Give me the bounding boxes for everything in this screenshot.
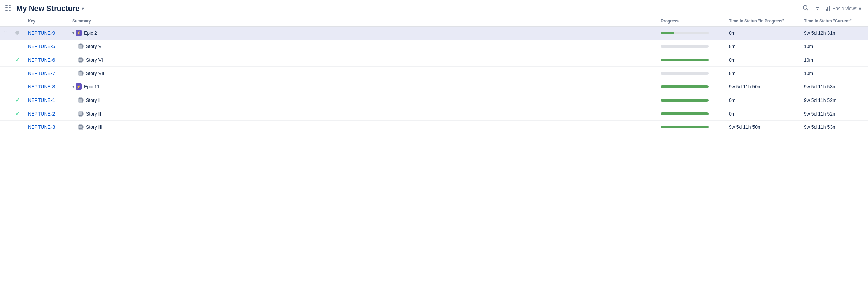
svg-rect-3 (9, 5, 11, 6)
progress-bar (661, 112, 709, 115)
progress-bar (661, 126, 709, 128)
structure-icon (5, 5, 13, 12)
row-chevron-icon[interactable]: ▾ (72, 84, 74, 89)
issue-key-link[interactable]: NEPTUNE-9 (28, 30, 55, 36)
main-table-container: Key Summary Progress Time in Status "In … (0, 16, 868, 134)
summary-cell: Story V (72, 43, 653, 49)
progress-bar-fill (661, 112, 709, 115)
progress-bar-fill (661, 59, 709, 61)
summary-text: Story II (86, 111, 101, 117)
progress-bar-fill (661, 85, 709, 88)
view-bars-icon (826, 6, 830, 11)
col-header-key: Key (24, 16, 68, 27)
col-header-time-in-progress: Time in Status "In Progress" (725, 16, 800, 27)
table-row: ✓NEPTUNE-2Story II0m9w 5d 11h 52m (0, 107, 868, 121)
progress-bar-fill (661, 32, 674, 34)
time-current-cell: 9w 5d 11h 53m (800, 80, 868, 93)
svg-rect-5 (9, 10, 11, 11)
svg-rect-8 (79, 45, 82, 48)
type-icon (78, 111, 84, 117)
issue-key-link[interactable]: NEPTUNE-6 (28, 57, 55, 63)
progress-bar (661, 85, 709, 88)
col-drag (0, 16, 11, 27)
type-icon (78, 97, 84, 103)
progress-bar (661, 72, 709, 75)
progress-bar (661, 99, 709, 102)
filter-icon[interactable] (814, 5, 820, 13)
progress-bar (661, 32, 709, 34)
time-in-progress-cell: 9w 5d 11h 50m (725, 80, 800, 93)
type-icon (78, 124, 84, 130)
time-in-progress-cell: 8m (725, 67, 800, 80)
type-icon (78, 70, 84, 76)
progress-bar-fill (661, 126, 709, 128)
svg-rect-2 (5, 10, 8, 11)
row-chevron-icon[interactable]: ▾ (72, 31, 74, 35)
table-row: NEPTUNE-7Story VII8m10m (0, 67, 868, 80)
svg-rect-10 (79, 72, 82, 75)
table-row: ⠿NEPTUNE-9▾⚡Epic 20m9w 5d 12h 31m (0, 27, 868, 40)
time-in-progress-cell: 0m (725, 107, 800, 121)
drag-handle[interactable]: ⠿ (4, 31, 7, 36)
status-check-icon: ✓ (15, 97, 20, 103)
summary-cell: ▾⚡Epic 11 (72, 83, 653, 90)
time-in-progress-cell: 8m (725, 40, 800, 53)
page-title: My New Structure (16, 4, 80, 13)
col-header-time-current: Time in Status "Current" (800, 16, 868, 27)
table-row: ✓NEPTUNE-6Story VI0m10m (0, 53, 868, 67)
title-dropdown-icon[interactable]: ▾ (82, 6, 84, 11)
time-current-cell: 9w 5d 12h 31m (800, 27, 868, 40)
svg-rect-11 (79, 98, 82, 102)
summary-cell: Story I (72, 97, 653, 103)
summary-text: Story I (86, 97, 100, 103)
issue-key-link[interactable]: NEPTUNE-8 (28, 84, 55, 89)
issue-key-link[interactable]: NEPTUNE-2 (28, 111, 55, 117)
issue-key-link[interactable]: NEPTUNE-1 (28, 97, 55, 103)
issue-key-link[interactable]: NEPTUNE-7 (28, 71, 55, 76)
view-label: Basic view* (832, 6, 857, 11)
issue-key-link[interactable]: NEPTUNE-3 (28, 124, 55, 130)
summary-cell: ▾⚡Epic 2 (72, 30, 653, 36)
svg-rect-12 (79, 112, 82, 116)
type-icon (78, 43, 84, 49)
col-status (11, 16, 24, 27)
status-check-icon: ✓ (15, 111, 20, 117)
table-row: ✓NEPTUNE-1Story I0m9w 5d 11h 52m (0, 93, 868, 107)
summary-cell: Story VII (72, 70, 653, 76)
time-current-cell: 9w 5d 11h 52m (800, 93, 868, 107)
time-in-progress-cell: 9w 5d 11h 50m (725, 121, 800, 134)
summary-cell: Story III (72, 124, 653, 130)
col-header-progress: Progress (657, 16, 725, 27)
svg-rect-9 (79, 58, 82, 62)
col-header-summary: Summary (68, 16, 657, 27)
table-header-row: Key Summary Progress Time in Status "In … (0, 16, 868, 27)
progress-bar (661, 59, 709, 61)
type-icon: ⚡ (76, 83, 82, 90)
status-dot (15, 31, 19, 35)
time-current-cell: 10m (800, 67, 868, 80)
table-row: NEPTUNE-8▾⚡Epic 119w 5d 11h 50m9w 5d 11h… (0, 80, 868, 93)
svg-rect-1 (5, 7, 8, 8)
time-in-progress-cell: 0m (725, 53, 800, 67)
time-current-cell: 9w 5d 11h 52m (800, 107, 868, 121)
time-current-cell: 10m (800, 53, 868, 67)
time-in-progress-cell: 0m (725, 93, 800, 107)
page-header: My New Structure ▾ Basic view* ▾ (0, 0, 868, 16)
table-row: NEPTUNE-5Story V8m10m (0, 40, 868, 53)
summary-text: Story VII (86, 71, 104, 76)
view-selector[interactable]: Basic view* ▾ (826, 6, 861, 11)
search-icon[interactable] (803, 5, 809, 13)
svg-rect-0 (5, 5, 8, 6)
summary-cell: Story VI (72, 57, 653, 63)
svg-rect-4 (9, 7, 11, 8)
progress-bar (661, 45, 709, 48)
issue-key-link[interactable]: NEPTUNE-5 (28, 44, 55, 49)
summary-text: Story V (86, 44, 102, 49)
status-check-icon: ✓ (15, 57, 20, 63)
table-row: NEPTUNE-3Story III9w 5d 11h 50m9w 5d 11h… (0, 121, 868, 134)
header-right: Basic view* ▾ (803, 5, 861, 13)
time-in-progress-cell: 0m (725, 27, 800, 40)
summary-text: Epic 11 (84, 84, 100, 89)
view-dropdown-icon: ▾ (859, 6, 861, 11)
summary-text: Story III (86, 124, 102, 130)
